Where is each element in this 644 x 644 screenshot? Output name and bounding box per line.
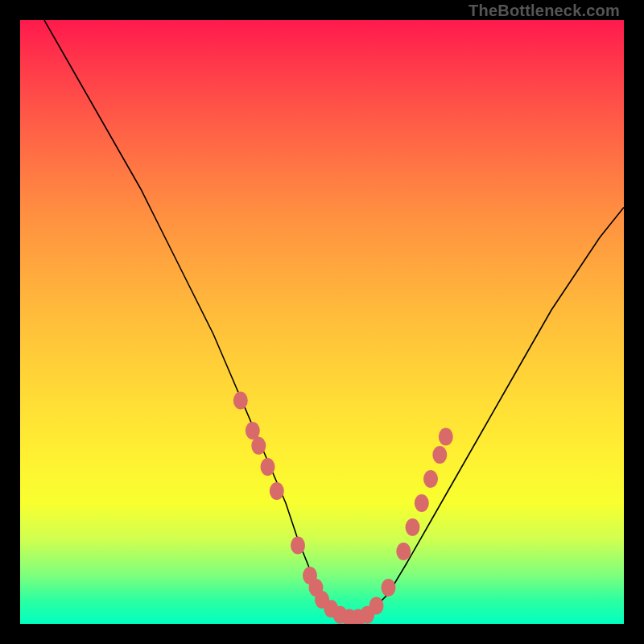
highlight-dot xyxy=(439,428,453,446)
highlight-dot xyxy=(382,579,396,597)
highlight-dot xyxy=(291,537,305,555)
watermark-text: TheBottleneck.com xyxy=(469,2,620,20)
plot-area xyxy=(20,20,624,624)
highlight-dot xyxy=(432,446,447,464)
highlight-dots xyxy=(233,392,453,625)
highlight-dot xyxy=(251,437,266,455)
chart-frame: TheBottleneck.com xyxy=(0,0,644,644)
highlight-dot xyxy=(233,392,248,410)
highlight-dot xyxy=(369,597,384,615)
highlight-dot xyxy=(246,422,260,440)
chart-svg xyxy=(20,20,624,624)
highlight-dot xyxy=(261,458,275,476)
bottleneck-curve xyxy=(44,20,624,618)
highlight-dot xyxy=(396,543,411,560)
highlight-dot xyxy=(415,494,429,512)
highlight-dot xyxy=(406,518,420,536)
highlight-dot xyxy=(423,470,438,488)
highlight-dot xyxy=(270,482,284,500)
